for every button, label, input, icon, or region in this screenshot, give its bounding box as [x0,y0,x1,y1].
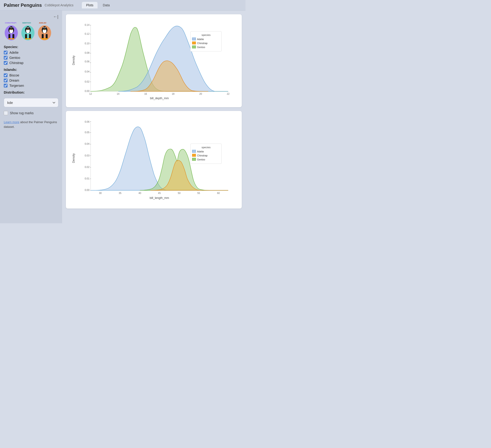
svg-text:GENTOO!: GENTOO! [22,22,31,24]
island-biscoe-label: Biscoe [9,73,19,77]
svg-rect-65 [192,38,196,40]
species-label: Species: [4,45,58,49]
island-torgersen-checkbox[interactable] [4,84,8,87]
species-gentoo-label: Gentoo [9,56,20,60]
svg-rect-11 [9,38,11,39]
svg-text:60: 60 [217,192,220,194]
svg-text:22: 22 [227,93,230,95]
svg-text:30: 30 [99,192,102,194]
collapse-button[interactable]: ←| [4,14,58,19]
svg-text:20: 20 [199,93,202,95]
svg-rect-12 [11,38,14,39]
svg-text:Gentoo: Gentoo [197,46,205,48]
svg-text:50: 50 [178,192,180,194]
y-axis-label-1: Density [72,55,75,65]
svg-text:0.06: 0.06 [85,121,89,123]
rug-marks-checkbox[interactable] [4,111,8,115]
svg-text:35: 35 [119,192,122,194]
svg-rect-23 [25,38,28,39]
app-header: Palmer Penguins Cobblepot Analytics Plot… [0,0,246,10]
svg-text:16: 16 [144,93,147,95]
svg-rect-22 [29,34,31,39]
gentoo-penguin-icon: GENTOO! [20,21,36,41]
svg-point-31 [45,27,46,28]
svg-text:0.00: 0.00 [85,90,89,92]
svg-text:Adelie: Adelie [197,150,204,153]
tab-plots[interactable]: Plots [82,2,98,9]
island-biscoe-checkbox[interactable] [4,73,8,77]
svg-text:CHINSTRAP!: CHINSTRAP! [5,22,16,24]
svg-rect-97 [192,150,196,153]
y-axis-label-2: Density [72,153,75,163]
species-gentoo-checkbox[interactable] [4,56,8,60]
learn-more-text: Learn more about the Palmer Penguins dat… [4,120,58,129]
svg-rect-101 [192,158,196,161]
island-torgersen-label: Torgersen [9,84,24,87]
svg-text:ADELIE!: ADELIE! [39,22,47,24]
svg-text:18: 18 [172,93,175,95]
svg-rect-10 [12,34,14,39]
svg-text:0.14: 0.14 [85,24,89,26]
species-adelie-label: Adelie [9,51,19,54]
species-gentoo-item: Gentoo [4,56,58,60]
learn-more-link[interactable]: Learn more [4,120,19,124]
svg-text:bill_depth_mm: bill_depth_mm [150,97,169,100]
svg-point-7 [12,28,12,28]
rug-marks-label: Show rug marks [10,111,34,115]
svg-text:12: 12 [89,93,92,95]
chart-bill-depth: Density 0.00 0.02 0.04 0.06 0.08 [66,14,242,107]
distribution-label: Distribution: [4,90,58,94]
svg-text:0.04: 0.04 [85,70,89,73]
chinstrap-penguin-icon: CHINSTRAP! [4,21,19,41]
svg-text:0.02: 0.02 [85,80,89,83]
sidebar: ←| CHINSTRAP! [0,10,62,223]
svg-text:40: 40 [139,192,142,194]
species-adelie-checkbox[interactable] [4,51,8,54]
tab-bar: Plots Data [82,2,114,9]
island-torgersen-item: Torgersen [4,84,58,87]
svg-rect-69 [192,46,196,48]
species-chinstrap-item: Chinstrap [4,61,58,65]
svg-text:55: 55 [197,192,200,194]
penguin-mascot: CHINSTRAP! GENTOO! [4,21,58,41]
species-chinstrap-checkbox[interactable] [4,61,8,65]
island-biscoe-item: Biscoe [4,73,58,77]
island-dream-checkbox[interactable] [4,79,8,82]
svg-text:0.10: 0.10 [85,42,89,45]
distribution-select[interactable]: kde histogram ecdf [4,98,58,107]
svg-text:0.00: 0.00 [85,189,89,191]
svg-rect-67 [192,41,196,44]
svg-text:0.03: 0.03 [85,154,89,157]
content-area: Density 0.00 0.02 0.04 0.06 0.08 [62,10,246,223]
svg-text:species: species [202,34,211,36]
app-title: Palmer Penguins [4,3,42,8]
rug-marks-row: Show rug marks [4,111,58,115]
svg-text:Chinstrap: Chinstrap [197,42,208,45]
svg-rect-33 [42,34,44,39]
svg-rect-21 [25,34,27,39]
main-layout: ←| CHINSTRAP! [0,10,246,223]
svg-text:0.04: 0.04 [85,143,89,145]
svg-rect-35 [42,38,45,39]
svg-point-19 [28,27,29,28]
adelie-penguin-icon: ADELIE! [37,21,52,41]
svg-text:0.06: 0.06 [85,60,89,63]
svg-text:species: species [202,146,211,149]
svg-point-30 [43,27,44,28]
svg-rect-36 [45,38,47,39]
chart-bill-length: Density 0.00 0.01 0.02 0.03 0.04 0.05 0.… [66,111,242,209]
island-dream-item: Dream [4,79,58,82]
species-chinstrap-label: Chinstrap [9,61,23,65]
species-adelie-item: Adelie [4,51,58,54]
tab-data[interactable]: Data [98,2,114,9]
app-subtitle: Cobblepot Analytics [45,3,73,7]
svg-text:0.01: 0.01 [85,177,89,180]
svg-text:Adelie: Adelie [197,38,204,41]
svg-rect-34 [46,34,47,39]
svg-text:0.12: 0.12 [85,33,89,35]
svg-rect-99 [192,154,196,156]
svg-text:45: 45 [158,192,161,194]
svg-point-6 [10,28,11,28]
svg-text:0.02: 0.02 [85,166,89,168]
svg-text:0.05: 0.05 [85,131,89,134]
